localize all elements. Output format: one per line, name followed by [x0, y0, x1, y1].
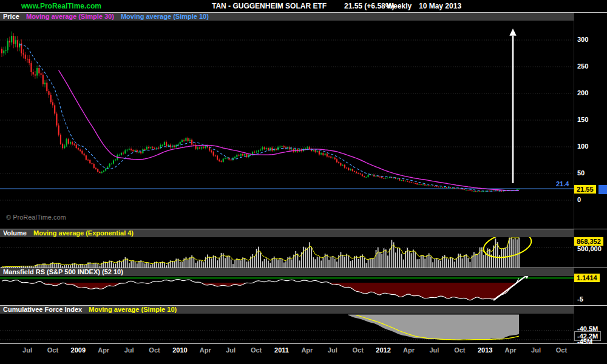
time-axis-year: 2009 [71, 346, 86, 354]
site-link[interactable]: www.ProRealTime.com [21, 2, 101, 10]
date-label: 10 May 2013 [419, 2, 461, 10]
time-axis-year: 2011 [274, 346, 289, 354]
time-axis-month: Oct [556, 346, 567, 354]
time-axis-month: Jul [22, 346, 32, 354]
cfi-area [348, 315, 519, 340]
time-axis-month: Apr [98, 346, 109, 354]
top-bar: www.ProRealTime.com TAN - GUGGENHEIM SOL… [0, 0, 607, 12]
time-axis-year: 2012 [376, 346, 390, 354]
time-axis-month: Jul [531, 346, 541, 354]
price-panel-header: Price Moving average (Simple 30) Moving … [0, 13, 574, 21]
ma10-label[interactable]: Moving average (Simple 10) [121, 13, 209, 20]
time-axis-month: Jul [328, 346, 337, 354]
volume-panel-header: Volume Moving average (Exponential 4) [0, 229, 574, 237]
time-axis-month: Oct [47, 346, 58, 354]
rs-negative-fill [1, 283, 519, 300]
axis-divider [574, 13, 574, 343]
cfi-panel-header: Cumulativee Force Index Moving average (… [0, 306, 574, 314]
time-axis-month: Oct [454, 346, 465, 354]
mansfield-rs-label[interactable]: Mansfield RS (S&P 500 INDEX) (52 10) [3, 268, 123, 275]
ma10-line[interactable] [19, 45, 519, 191]
time-axis-month: Apr [505, 346, 517, 354]
volume-bars [1, 238, 520, 268]
watermark: © ProRealTime.com [6, 214, 66, 221]
candlestick-series [1, 32, 520, 192]
timeframe-label[interactable]: Weekly [387, 2, 412, 10]
time-axis-year: 2013 [478, 346, 492, 354]
time-axis-month: Oct [353, 346, 364, 354]
price-label[interactable]: Price [3, 13, 19, 20]
time-axis-month: Apr [200, 346, 211, 354]
time-axis-month: Jul [429, 346, 439, 354]
time-axis-month: Apr [403, 346, 415, 354]
volume-label[interactable]: Volume [3, 229, 27, 237]
time-axis-month: Jul [124, 346, 134, 354]
panel-separator [0, 12, 607, 13]
cfi-label[interactable]: Cumulativee Force Index [3, 306, 82, 313]
panel-separator [0, 343, 607, 344]
cfi-ma-label[interactable]: Moving average (Simple 10) [89, 306, 177, 313]
prorealtime-window: www.ProRealTime.com TAN - GUGGENHEIM SOL… [0, 0, 607, 364]
price-gridlines [0, 40, 574, 200]
time-axis-year: 2010 [172, 346, 187, 354]
ma30-label[interactable]: Moving average (Simple 30) [26, 13, 114, 20]
mansfield-rs-panel-header: Mansfield RS (S&P 500 INDEX) (52 10) [0, 268, 574, 276]
panel-separator [0, 229, 607, 229]
panel-separator [0, 305, 607, 306]
time-axis-month: Jul [226, 346, 236, 354]
time-axis: JulOct2009AprJulOct2010AprJulOct2011AprJ… [0, 345, 607, 363]
chart-title: TAN - GUGGENHEIM SOLAR ETF [212, 2, 327, 10]
ma30-line[interactable] [59, 70, 519, 190]
time-axis-month: Oct [251, 346, 262, 354]
panel-separator [0, 268, 607, 268]
volume-ma-label[interactable]: Moving average (Exponential 4) [33, 229, 134, 237]
arrow-head [509, 29, 516, 36]
time-axis-month: Apr [301, 346, 313, 354]
time-axis-month: Oct [149, 346, 160, 354]
